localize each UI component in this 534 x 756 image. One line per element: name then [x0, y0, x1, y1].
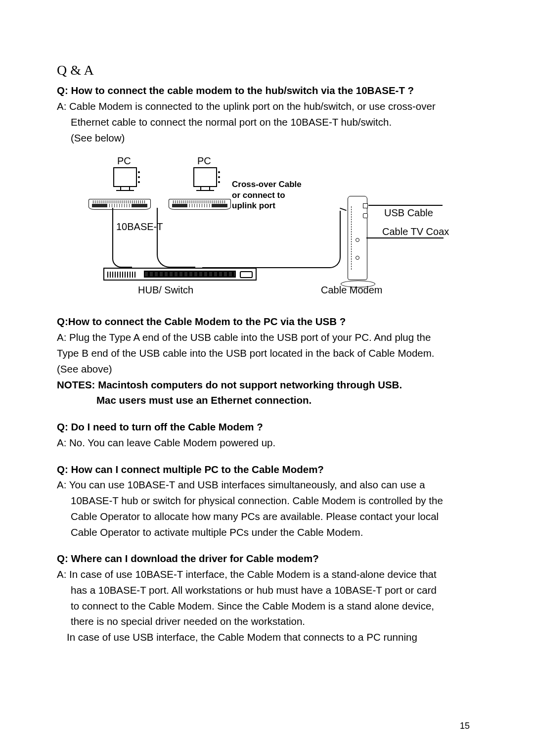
- question-4: Q: How can I connect multiple PC to the …: [57, 462, 477, 477]
- answer-4-line: Cable Operator to allocate how many PCs …: [57, 509, 477, 524]
- ten-base-t-label: 10BASE-T: [116, 221, 163, 233]
- pc-icon: [110, 167, 140, 191]
- crossover-line: uplink port: [232, 201, 275, 210]
- crossover-line: Cross-over Cable: [232, 180, 302, 189]
- question-5: Q: Where can I download the driver for C…: [57, 551, 477, 567]
- notes-line: NOTES: Macintosh computers do not suppor…: [57, 377, 477, 393]
- answer-2-line: (See above): [57, 361, 477, 377]
- answer-1-line: A: Cable Modem is connected to the uplin…: [57, 98, 477, 114]
- question-1: Q: How to connect the cable modem to the…: [57, 83, 477, 98]
- answer-4-line: A: You can use 10BASE-T and USB interfac…: [57, 477, 477, 493]
- answer-5-line: there is no special driver needed on the…: [57, 614, 477, 629]
- cable-line: [368, 205, 443, 206]
- pc-label: PC: [117, 153, 131, 169]
- answer-5-line: to connect to the Cable Modem. Since the…: [57, 598, 477, 614]
- crossover-line: or connect to: [232, 190, 285, 200]
- answer-5-line: In case of use USB interface, the Cable …: [57, 629, 477, 645]
- crossover-label: Cross-over Cable or connect to uplink po…: [232, 179, 316, 211]
- question-2: Q:How to connect the Cable Modem to the …: [57, 314, 477, 330]
- notes-line: Mac users must use an Ethernet connectio…: [57, 392, 477, 408]
- pc-label: PC: [197, 153, 211, 169]
- cable-modem-icon: [341, 196, 375, 287]
- answer-4-line: Cable Operator to activate multiple PCs …: [57, 524, 477, 540]
- answer-4-line: 10BASE-T hub or switch for physical conn…: [57, 493, 477, 509]
- cable-line: [202, 211, 341, 268]
- answer-2-line: Type B end of the USB cable into the USB…: [57, 345, 477, 361]
- cable-line: [112, 208, 132, 268]
- answer-5-line: has a 10BASE-T port. All workstations or…: [57, 582, 477, 598]
- cable-line: [157, 208, 195, 268]
- answer-1-line: (See below): [57, 130, 477, 146]
- answer-2-line: A: Plug the Type A end of the USB cable …: [57, 330, 477, 345]
- pc-icon: [190, 167, 220, 191]
- page-number: 15: [460, 719, 470, 733]
- answer-3: A: No. You can leave Cable Modem powered…: [57, 435, 477, 451]
- answer-1-line: Ethernet cable to connect the normal por…: [57, 114, 477, 130]
- connection-diagram: PC PC 10BASE-T HUB/ Switch Cross-over Ca…: [74, 156, 449, 305]
- section-title: Q & A: [57, 59, 477, 81]
- usb-cable-label: USB Cable: [384, 207, 433, 219]
- answer-5-line: A: In case of use 10BASE-T interface, th…: [57, 567, 477, 582]
- question-3: Q: Do I need to turn off the Cable Modem…: [57, 419, 477, 435]
- hub-switch-icon: [103, 268, 257, 281]
- hub-switch-label: HUB/ Switch: [138, 284, 193, 296]
- cable-modem-label: Cable Modem: [321, 284, 383, 296]
- cable-tv-coax-label: Cable TV Coax: [382, 226, 449, 238]
